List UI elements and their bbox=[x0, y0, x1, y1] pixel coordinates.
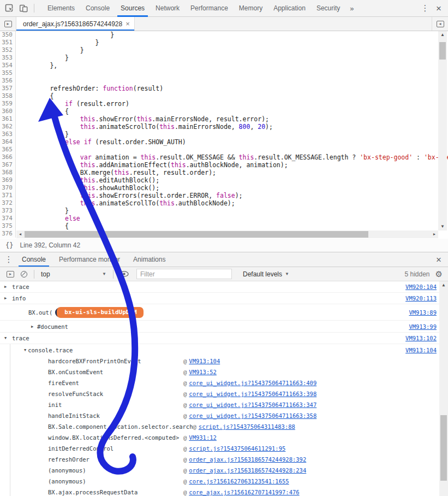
devtools-close-icon[interactable]: × bbox=[432, 4, 446, 13]
editor-horizontal-scrollbar[interactable]: ◂ ▸ bbox=[16, 231, 438, 238]
stack-frame-row[interactable]: handleInitStack@core_ui_widget.js?154375… bbox=[10, 410, 448, 421]
stack-frame-row[interactable]: refreshOrder@order_ajax.js?1563186574244… bbox=[10, 454, 448, 465]
console-message-row[interactable]: BX.out(bx-ui-sls-buildUpDOMVM913:89 bbox=[0, 304, 448, 321]
drawer-close-icon[interactable]: × bbox=[432, 255, 446, 264]
stack-frame-row[interactable]: window.BX.locationsDeferred.<computed>@V… bbox=[10, 432, 448, 443]
frame-location-link[interactable]: order_ajax.js?1563186574244928:234 bbox=[189, 467, 306, 474]
editor-hscroll-thumb[interactable] bbox=[25, 231, 368, 238]
line-number[interactable]: 367 bbox=[0, 161, 16, 169]
stack-frame-row[interactable]: hardcoreBXFrontPrintOnEvent@VM913:104 bbox=[10, 356, 448, 367]
line-number[interactable]: 351 bbox=[0, 39, 16, 46]
console-message-row[interactable]: ▶infoVM920:113 bbox=[0, 293, 448, 304]
frame-location-link[interactable]: script.js?154375064311483:88 bbox=[199, 423, 295, 430]
line-number[interactable]: 366 bbox=[0, 153, 16, 161]
file-tab-order-ajax[interactable]: order_ajax.js?1563186574244928 × bbox=[16, 17, 135, 31]
file-tab-close-icon[interactable]: × bbox=[126, 20, 130, 28]
more-tabs-chevron-icon[interactable]: » bbox=[345, 4, 358, 13]
line-number[interactable]: 373 bbox=[0, 207, 16, 215]
expand-triangle-icon[interactable]: ▶ bbox=[31, 324, 33, 329]
line-number[interactable]: 362 bbox=[0, 123, 16, 131]
hidden-messages-count[interactable]: 5 hidden bbox=[405, 270, 430, 278]
console-message-row[interactable]: ▼traceVM913:102 bbox=[0, 333, 448, 344]
stack-frame-row[interactable]: initDeferredControl@script.js?1543750646… bbox=[10, 443, 448, 454]
devtools-menu-icon[interactable]: ⋮ bbox=[419, 3, 432, 13]
main-tab-security[interactable]: Security bbox=[311, 0, 345, 17]
stack-frame-row[interactable]: fireEvent@core_ui_widget.js?154375064711… bbox=[10, 377, 448, 388]
source-location-link[interactable]: VM913:102 bbox=[405, 335, 437, 341]
console-trace-head[interactable]: ▼console.traceVM913:104 bbox=[10, 344, 448, 356]
line-number[interactable]: 371 bbox=[0, 192, 16, 199]
drawer-tab-performance-monitor[interactable]: Performance monitor bbox=[52, 252, 127, 267]
javascript-context-dropdown[interactable]: top ▼ bbox=[38, 270, 110, 278]
line-number[interactable]: 352 bbox=[0, 46, 16, 54]
collapse-triangle-icon[interactable]: ▼ bbox=[24, 348, 26, 352]
frame-location-link[interactable]: order_ajax.js?1563186574244928:392 bbox=[189, 456, 306, 463]
line-number[interactable]: 358 bbox=[0, 92, 16, 100]
scroll-up-icon[interactable]: ▲ bbox=[439, 281, 448, 289]
drawer-tab-animations[interactable]: Animations bbox=[127, 252, 172, 267]
source-location-link[interactable]: VM913:89 bbox=[409, 309, 437, 316]
expand-triangle-icon[interactable]: ▶ bbox=[4, 296, 7, 300]
console-message-row[interactable]: ▶traceVM920:104 bbox=[0, 281, 448, 293]
main-tab-console[interactable]: Console bbox=[80, 0, 115, 17]
line-number[interactable]: 375 bbox=[0, 222, 16, 230]
line-number[interactable]: 364 bbox=[0, 138, 16, 146]
frame-location-link[interactable]: core_ajax.js?156162707141997:476 bbox=[189, 489, 299, 495]
frame-location-link[interactable]: core_ui_widget.js?154375064711663:347 bbox=[189, 401, 316, 408]
scroll-up-icon[interactable]: ▲ bbox=[438, 31, 447, 39]
line-number[interactable]: 372 bbox=[0, 199, 16, 207]
console-filter-input[interactable] bbox=[136, 269, 232, 279]
stack-frame-row[interactable]: (anonymous)@core.js?1561627063123541:165… bbox=[10, 476, 448, 487]
collapse-triangle-icon[interactable]: ▼ bbox=[4, 336, 7, 340]
main-tab-performance[interactable]: Performance bbox=[185, 0, 234, 17]
device-toolbar-icon[interactable] bbox=[16, 1, 31, 15]
stack-frame-row[interactable]: BX.Sale.component.location.selector.sear… bbox=[10, 421, 448, 432]
frame-location-link[interactable]: VM931:12 bbox=[189, 434, 217, 441]
scroll-down-icon[interactable]: ▼ bbox=[438, 223, 447, 231]
clear-console-icon[interactable] bbox=[21, 271, 27, 277]
frame-location-link[interactable]: core_ui_widget.js?154375064711663:358 bbox=[189, 412, 316, 419]
scroll-right-icon[interactable]: ▸ bbox=[431, 231, 438, 238]
stack-frame-row[interactable]: resolveFuncStack@core_ui_widget.js?15437… bbox=[10, 388, 448, 399]
stack-frame-row[interactable]: init@core_ui_widget.js?154375064711663:3… bbox=[10, 399, 448, 410]
line-number[interactable]: 374 bbox=[0, 215, 16, 222]
line-number[interactable]: 357 bbox=[0, 85, 16, 92]
drawer-menu-icon[interactable]: ⋮ bbox=[2, 255, 15, 264]
source-location-link[interactable]: VM920:113 bbox=[405, 295, 437, 302]
line-number[interactable]: 369 bbox=[0, 176, 16, 184]
main-tab-application[interactable]: Application bbox=[268, 0, 311, 17]
live-expression-eye-icon[interactable] bbox=[117, 267, 131, 281]
show-debugger-sidebar-icon[interactable]: ◂ bbox=[432, 17, 448, 31]
line-number[interactable]: 360 bbox=[0, 108, 16, 115]
stack-frame-row[interactable]: (anonymous)@order_ajax.js?15631865742449… bbox=[10, 465, 448, 476]
show-console-sidebar-icon[interactable]: ▸ bbox=[3, 267, 17, 281]
console-settings-gear-icon[interactable]: ⚙ bbox=[435, 269, 443, 279]
line-number[interactable]: 359 bbox=[0, 100, 16, 108]
source-location-link[interactable]: VM920:104 bbox=[405, 284, 437, 290]
line-number[interactable]: 370 bbox=[0, 184, 16, 192]
code-editor[interactable]: 350 }351 }352 }353 }354 },355356357 refr… bbox=[0, 31, 448, 239]
frame-location-link[interactable]: core_ui_widget.js?154375064711663:409 bbox=[189, 380, 316, 386]
line-number[interactable]: 350 bbox=[0, 31, 16, 39]
frame-location-link[interactable]: core_ui_widget.js?154375064711663:398 bbox=[189, 391, 316, 397]
editor-vertical-scrollbar[interactable]: ▲ ▼ bbox=[438, 31, 447, 231]
line-number[interactable]: 363 bbox=[0, 131, 16, 138]
log-levels-dropdown[interactable]: Default levels ▼ bbox=[243, 270, 289, 278]
source-location-link[interactable]: VM913:104 bbox=[405, 347, 437, 353]
main-tab-elements[interactable]: Elements bbox=[42, 0, 80, 17]
frame-location-link[interactable]: script.js?154375064611291:95 bbox=[189, 445, 285, 452]
frame-location-link[interactable]: core.js?1561627063123541:1655 bbox=[189, 478, 289, 485]
line-number[interactable]: 376 bbox=[0, 230, 16, 238]
line-number[interactable]: 355 bbox=[0, 69, 16, 77]
console-message-row[interactable]: ▶#documentVM913:99 bbox=[0, 321, 448, 333]
console-vscroll-thumb[interactable] bbox=[440, 415, 447, 481]
stack-frame-row[interactable]: BX.onCustomEvent@VM913:52 bbox=[10, 367, 448, 377]
line-number[interactable]: 354 bbox=[0, 62, 16, 69]
main-tab-sources[interactable]: Sources bbox=[115, 0, 150, 17]
stack-frame-row[interactable]: BX.ajax.processRequestData@core_ajax.js?… bbox=[10, 487, 448, 496]
source-location-link[interactable]: VM913:99 bbox=[409, 323, 437, 330]
frame-location-link[interactable]: VM913:104 bbox=[189, 358, 220, 364]
console-vertical-scrollbar[interactable]: ▲ bbox=[439, 281, 448, 496]
editor-vscroll-thumb[interactable] bbox=[439, 42, 446, 60]
line-number[interactable]: 365 bbox=[0, 146, 16, 153]
